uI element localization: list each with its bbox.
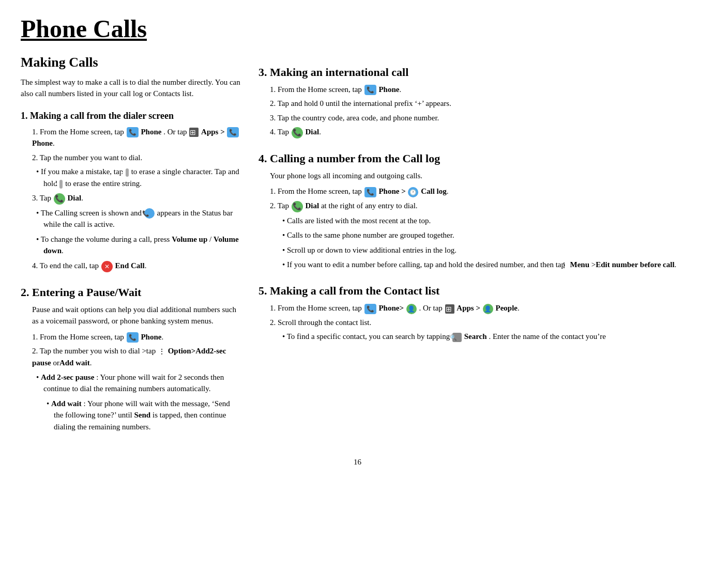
left-column: Making Calls The simplest way to make a … <box>21 52 243 441</box>
section2-heading: 2. Entering a Pause/Wait <box>21 284 243 301</box>
phone-icon-6: 📞 <box>364 304 376 314</box>
right-column: 3. Making an international call 1. From … <box>258 52 694 441</box>
sub3-step3: 3. Tap the country code, area code, and … <box>258 112 694 124</box>
people-icon-2: 👤 <box>483 304 493 314</box>
sub2-step2: 2. Tap the number you wish to dial >tap … <box>21 345 243 369</box>
sub5-step2: 2. Scroll through the contact list. <box>258 317 694 329</box>
erase-icon-2: ✕ <box>59 180 63 189</box>
sub4-bullet4: If you want to edit a number before call… <box>258 259 694 271</box>
sub1-step1: 1. From the Home screen, tap 📞 Phone . O… <box>21 126 243 149</box>
section3-heading: 3. Making an international call <box>258 64 694 81</box>
sub3-step2: 2. Tap and hold 0 until the internationa… <box>258 98 694 110</box>
sub2-bullet2: Add wait : Your phone will wait with the… <box>21 398 243 433</box>
sub4-bullet3: Scroll up or down to view additional ent… <box>258 244 694 256</box>
page-title: Phone Calls <box>21 16 694 43</box>
sub4-bullet1: Calls are listed with the most recent at… <box>258 215 694 227</box>
sub5-step1: 1. From the Home screen, tap 📞 Phone> 👤 … <box>258 302 694 314</box>
sub4-step1: 1. From the Home screen, tap 📞 Phone > 🕐… <box>258 185 694 197</box>
end-call-icon: ✕ <box>101 261 113 272</box>
sub4-bullet2: Calls to the same phone number are group… <box>258 229 694 241</box>
erase-icon: ✕ <box>126 168 129 177</box>
sub1-step3: 3. Tap 📞 Dial. <box>21 192 243 205</box>
sub3-step1: 1. From the Home screen, tap 📞 Phone. <box>258 84 694 96</box>
phone-icon: 📞 <box>127 127 139 137</box>
section4-heading: 4. Calling a number from the Call log <box>258 150 694 167</box>
sub1-step2: 2. Tap the number you want to dial. <box>21 152 243 164</box>
subsection1-title: 1. Making a call from the dialer screen <box>21 109 243 123</box>
section5-heading: 5. Making a call from the Contact list <box>258 282 694 299</box>
sub2-step1: 1. From the Home screen, tap 📞 Phone. <box>21 331 243 343</box>
sub4-step2: 2. Tap 📞 Dial at the right of any entry … <box>258 200 694 212</box>
section2-intro: Pause and wait options can help you dial… <box>21 304 243 327</box>
phone-icon-3: 📞 <box>127 332 139 343</box>
sub4-intro: Your phone logs all incoming and outgoin… <box>258 170 694 182</box>
people-icon: 👤 <box>406 304 417 314</box>
page-number: 16 <box>21 456 694 468</box>
call-log-icon: 🕐 <box>408 187 418 197</box>
sub1-bullet1: If you make a mistake, tap ✕ to erase a … <box>21 166 243 189</box>
dial-green-icon: 📞 <box>54 193 65 205</box>
section1-heading: Making Calls <box>21 52 243 72</box>
sub1-bullet3: To change the volume during a call, pres… <box>21 234 243 257</box>
search-icon: 🔍 <box>452 333 462 342</box>
section1-intro: The simplest way to make a call is to di… <box>21 76 243 100</box>
apps-grid-icon-2 <box>445 304 454 314</box>
apps-grid-icon <box>189 128 199 137</box>
dial-icon-right: 📞 <box>292 127 303 138</box>
phone-icon-5: 📞 <box>364 187 376 197</box>
menu-dots-icon: ⋮ <box>158 346 165 357</box>
sub1-bullet2: The Calling screen is shown and 📞 appear… <box>21 207 243 230</box>
dial-icon-right2: 📞 <box>292 201 303 212</box>
sub5-bullet1: To find a specific contact, you can sear… <box>258 331 694 343</box>
phone-icon-2: 📞 <box>227 127 239 137</box>
sub2-bullet1: Add 2-sec pause : Your phone will wait f… <box>21 372 243 395</box>
sub3-step4: 4. Tap 📞 Dial. <box>258 126 694 138</box>
phone-icon-4: 📞 <box>364 85 376 95</box>
sub1-step4: 4. To end the call, tap ✕ End Call. <box>21 260 243 272</box>
status-call-icon: 📞 <box>144 208 155 219</box>
